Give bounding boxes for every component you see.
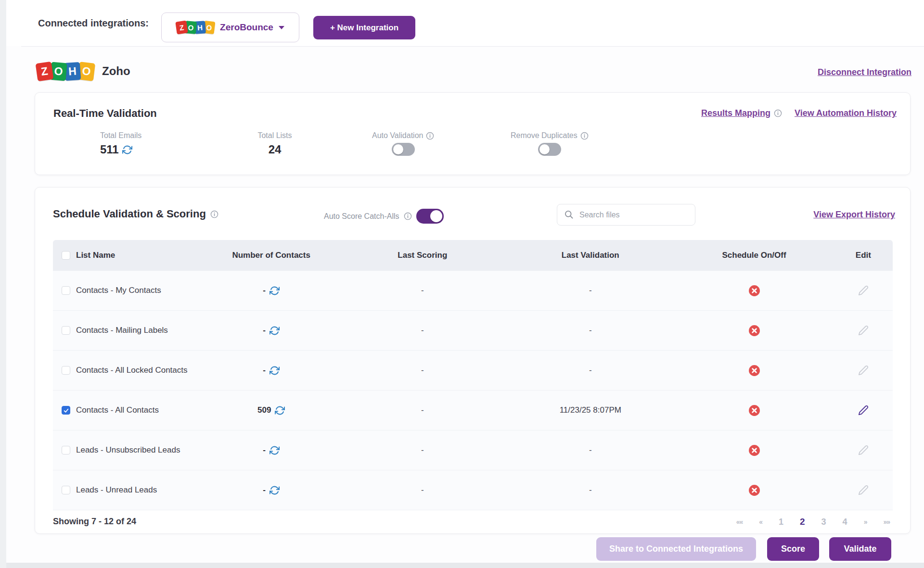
- pagination-next[interactable]: »: [864, 518, 867, 526]
- refresh-icon[interactable]: [270, 286, 280, 296]
- score-button[interactable]: Score: [767, 537, 819, 561]
- row-checkbox[interactable]: [62, 486, 70, 494]
- chevron-down-icon: [279, 26, 284, 29]
- contacts-count: -: [263, 326, 266, 335]
- info-icon: [580, 132, 589, 140]
- edit-pencil-icon: [858, 485, 869, 495]
- share-to-connected-integrations-button[interactable]: Share to Connected Integrations: [596, 537, 756, 561]
- column-list-name: List Name: [76, 251, 115, 260]
- realtime-card-title: Real-Time Validation: [53, 107, 157, 120]
- auto-validation-toggle[interactable]: [392, 143, 415, 156]
- last-validation: -: [506, 326, 674, 335]
- refresh-icon[interactable]: [270, 366, 280, 376]
- total-lists-value: 24: [269, 143, 282, 156]
- view-export-history-link[interactable]: View Export History: [813, 210, 895, 220]
- edit-button[interactable]: [858, 285, 869, 296]
- edit-button[interactable]: [858, 405, 869, 416]
- schedule-off-icon[interactable]: [748, 365, 760, 377]
- page-left-gutter: [0, 0, 6, 568]
- last-validation: -: [506, 286, 674, 295]
- top-bar: Connected integrations: ZOHO ZeroBounce …: [6, 0, 924, 46]
- list-name: Contacts - My Contacts: [76, 286, 161, 295]
- last-validation: 11/23/25 8:07PM: [506, 405, 674, 415]
- view-automation-history-link[interactable]: View Automation History: [795, 108, 897, 118]
- row-checkbox[interactable]: [62, 366, 70, 375]
- table-row: Leads - Unsubscribed Leads - - -: [53, 430, 893, 470]
- column-number-of-contacts: Number of Contacts: [204, 251, 338, 260]
- search-input[interactable]: [557, 204, 695, 226]
- info-icon: [426, 132, 434, 140]
- auto-validation-label: Auto Validation: [372, 131, 423, 140]
- edit-button[interactable]: [858, 325, 869, 336]
- refresh-icon[interactable]: [275, 405, 285, 416]
- row-checkbox[interactable]: [62, 406, 70, 415]
- row-checkbox[interactable]: [62, 326, 70, 335]
- zoho-logo-small: ZOHO: [176, 21, 215, 34]
- schedule-off-icon[interactable]: [748, 484, 760, 496]
- provider-header: ZOHO Zoho: [37, 59, 130, 84]
- validate-button[interactable]: Validate: [829, 537, 891, 561]
- total-emails-stat: Total Emails 511: [100, 131, 141, 156]
- list-name: Leads - Unread Leads: [76, 485, 157, 495]
- search-icon: [564, 210, 574, 219]
- disconnect-integration-link[interactable]: Disconnect Integration: [818, 67, 911, 77]
- pagination-page[interactable]: 4: [843, 517, 847, 527]
- edit-button[interactable]: [858, 485, 869, 495]
- check-icon: [63, 407, 69, 414]
- column-schedule-on-off: Schedule On/Off: [674, 251, 834, 260]
- results-mapping-link[interactable]: Results Mapping: [701, 108, 770, 118]
- table-row: Leads - Unread Leads - - -: [53, 470, 893, 510]
- last-scoring: -: [338, 485, 506, 495]
- edit-button[interactable]: [858, 445, 869, 455]
- connected-integrations-label: Connected integrations:: [38, 0, 149, 46]
- pagination-first[interactable]: ««: [736, 518, 743, 526]
- schedule-off-icon[interactable]: [748, 285, 760, 297]
- schedule-off-icon[interactable]: [748, 444, 760, 456]
- pagination-prev[interactable]: «: [759, 518, 762, 526]
- list-name: Leads - Unsubscribed Leads: [76, 445, 180, 455]
- remove-duplicates-toggle[interactable]: [538, 143, 561, 156]
- edit-pencil-icon: [858, 365, 869, 376]
- refresh-icon[interactable]: [270, 326, 280, 336]
- pagination-last[interactable]: »»: [883, 518, 890, 526]
- integration-dropdown[interactable]: ZOHO ZeroBounce: [161, 13, 299, 42]
- schedule-off-icon[interactable]: [748, 325, 760, 337]
- contacts-count: 509: [257, 405, 271, 415]
- select-all-checkbox[interactable]: [62, 251, 70, 260]
- contacts-count: -: [263, 286, 266, 295]
- info-icon: [210, 210, 218, 218]
- total-emails-label: Total Emails: [100, 131, 141, 140]
- zoho-logo: ZOHO: [37, 63, 94, 80]
- new-integration-button[interactable]: + New Integration: [313, 16, 415, 39]
- last-scoring: -: [338, 286, 506, 295]
- column-last-scoring: Last Scoring: [338, 251, 506, 260]
- auto-score-toggle[interactable]: [416, 209, 444, 224]
- table-row: Contacts - All Locked Contacts - - -: [53, 351, 893, 391]
- edit-pencil-icon: [858, 405, 869, 416]
- row-checkbox[interactable]: [62, 286, 70, 295]
- total-emails-value: 511: [100, 143, 119, 156]
- auto-score-control: Auto Score Catch-Alls: [324, 209, 444, 224]
- table-row: Contacts - My Contacts - - -: [53, 271, 893, 311]
- pagination-page[interactable]: 2: [800, 517, 805, 527]
- list-name: Contacts - All Contacts: [76, 405, 159, 415]
- table-row: Contacts - All Contacts 509 - 11/23/25 8…: [53, 391, 893, 430]
- row-checkbox[interactable]: [62, 446, 70, 454]
- column-edit: Edit: [834, 251, 893, 260]
- app-screen: Connected integrations: ZOHO ZeroBounce …: [0, 0, 924, 568]
- auto-score-label: Auto Score Catch-Alls: [324, 212, 399, 221]
- page-bottom-edge: [6, 563, 924, 568]
- last-scoring: -: [338, 405, 506, 415]
- total-lists-label: Total Lists: [257, 131, 292, 140]
- contacts-count: -: [263, 485, 266, 495]
- pagination-page[interactable]: 3: [821, 517, 826, 527]
- remove-duplicates-control: Remove Duplicates: [511, 131, 589, 156]
- edit-button[interactable]: [858, 365, 869, 376]
- refresh-icon[interactable]: [270, 485, 280, 495]
- refresh-icon[interactable]: [122, 145, 132, 155]
- pagination-page[interactable]: 1: [779, 517, 783, 527]
- schedule-off-icon[interactable]: [748, 404, 760, 417]
- integration-dropdown-value: ZeroBounce: [220, 22, 273, 33]
- last-validation: -: [506, 485, 674, 495]
- refresh-icon[interactable]: [270, 445, 280, 455]
